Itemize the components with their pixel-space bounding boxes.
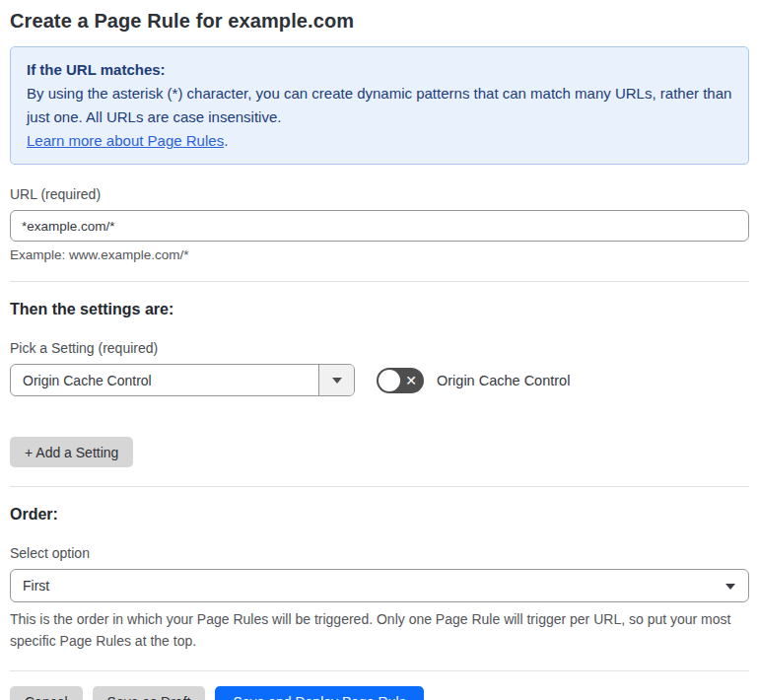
order-select-label: Select option bbox=[10, 545, 749, 561]
learn-more-link[interactable]: Learn more about Page Rules bbox=[27, 132, 224, 149]
order-select-value: First bbox=[11, 578, 748, 594]
page-title: Create a Page Rule for example.com bbox=[10, 10, 749, 33]
chevron-down-icon bbox=[332, 378, 342, 384]
order-select[interactable]: First bbox=[10, 569, 749, 602]
cancel-button[interactable]: Cancel bbox=[10, 686, 83, 700]
order-helper-text: This is the order in which your Page Rul… bbox=[10, 608, 749, 652]
toggle-off-x-icon: ✕ bbox=[405, 372, 417, 389]
settings-section-heading: Then the settings are: bbox=[10, 301, 749, 318]
url-match-info-box: If the URL matches: By using the asteris… bbox=[10, 46, 749, 165]
order-section-heading: Order: bbox=[10, 506, 749, 524]
section-divider bbox=[10, 281, 749, 282]
footer-actions: Cancel Save as Draft Save and Deploy Pag… bbox=[10, 686, 749, 700]
save-deploy-button[interactable]: Save and Deploy Page Rule bbox=[215, 686, 424, 700]
link-period: . bbox=[224, 132, 228, 149]
origin-cache-control-toggle[interactable]: ✕ bbox=[377, 368, 424, 393]
setting-select[interactable]: Origin Cache Control bbox=[10, 364, 355, 396]
info-box-body: By using the asterisk (*) character, you… bbox=[27, 82, 732, 129]
info-box-heading: If the URL matches: bbox=[27, 58, 732, 82]
save-draft-button[interactable]: Save as Draft bbox=[93, 686, 206, 700]
chevron-down-icon bbox=[725, 584, 735, 590]
add-setting-wrap: + Add a Setting bbox=[10, 437, 749, 467]
setting-select-value: Origin Cache Control bbox=[11, 373, 318, 388]
toggle-label: Origin Cache Control bbox=[437, 373, 570, 388]
setting-select-arrow-button[interactable] bbox=[318, 365, 354, 395]
section-divider bbox=[10, 486, 749, 487]
url-label: URL (required) bbox=[10, 186, 749, 202]
setting-row: Origin Cache Control ✕ Origin Cache Cont… bbox=[10, 364, 749, 396]
url-input[interactable] bbox=[10, 210, 749, 242]
toggle-knob bbox=[379, 370, 400, 391]
section-divider bbox=[10, 670, 749, 671]
info-box-link-line: Learn more about Page Rules. bbox=[27, 129, 732, 153]
add-setting-button[interactable]: + Add a Setting bbox=[10, 437, 133, 467]
pick-setting-label: Pick a Setting (required) bbox=[10, 340, 749, 356]
page-rule-form: Create a Page Rule for example.com If th… bbox=[0, 0, 759, 700]
url-helper-text: Example: www.example.com/* bbox=[10, 247, 749, 262]
